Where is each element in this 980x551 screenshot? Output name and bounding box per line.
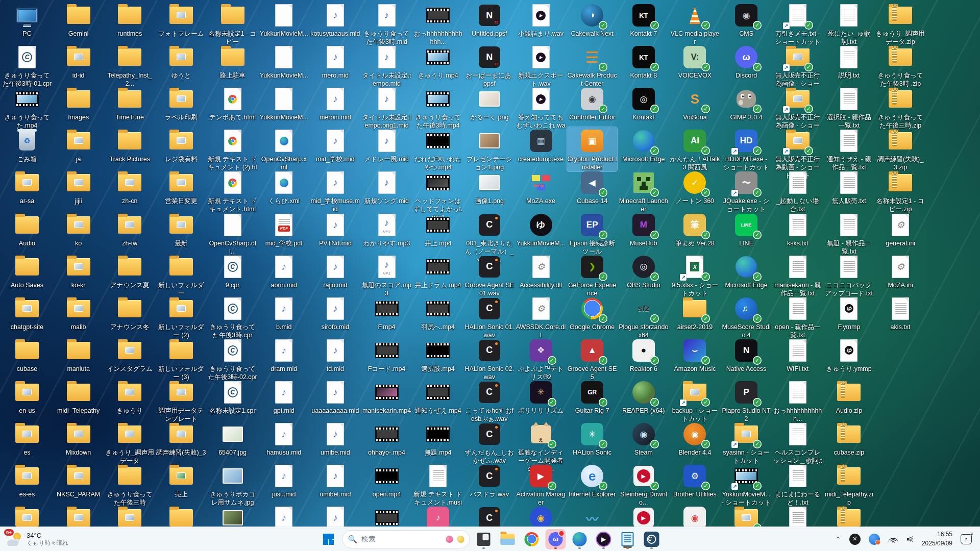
desktop-icon[interactable]: ▣Crypton Product Installer <box>567 127 617 171</box>
desktop-icon[interactable]: ♪ <box>259 504 309 527</box>
desktop-icon[interactable]: ◉ <box>516 504 566 527</box>
desktop-icon[interactable] <box>362 504 412 527</box>
desktop-icon[interactable]: ko <box>54 211 104 247</box>
desktop-icon[interactable]: KT✓Kontakt 8 <box>619 43 669 80</box>
desktop-icon[interactable]: ゆきゅうり.ymmp <box>824 337 874 373</box>
desktop-icon[interactable]: かるーく.png <box>464 85 514 121</box>
desktop-icon[interactable]: 無題 - 親作品一覧.txt <box>824 211 874 256</box>
desktop-icon[interactable]: ♪タイトル未設定.tempo.orig1.mid <box>362 85 412 130</box>
desktop-icon[interactable]: midi_Telepathy.zip <box>824 462 874 507</box>
desktop-icon[interactable]: 井上ドラム.mp4 <box>413 253 463 289</box>
desktop-icon[interactable]: おっhhhhhhhhhhhhh... <box>413 2 463 46</box>
desktop-icon[interactable]: ✓Microsoft Edge <box>721 253 771 289</box>
desktop-icon[interactable]: 営業日変更 <box>156 169 206 205</box>
desktop-wallpaper[interactable]: PCGeminiruntimesフォトフレーム名称未設定1 - コピーYukku… <box>0 0 980 527</box>
desktop-icon[interactable]: ko-kr <box>54 253 104 289</box>
desktop-icon[interactable]: KT✓Kontakt 7 <box>619 2 669 38</box>
desktop-icon[interactable]: Cバスドラ.wav <box>464 462 514 498</box>
desktop-icon[interactable]: テンポあて.html <box>208 85 258 121</box>
desktop-icon[interactable]: 〜✓↗JQuake.exe - ショートカット <box>721 169 771 213</box>
desktop-icon[interactable]: ♪タイトル未設定.tempo.mid <box>362 43 412 88</box>
desktop-icon[interactable]: ♪uaaaaaaaaa.mid <box>310 379 360 415</box>
tray-chevron-up-icon[interactable]: ⌃ <box>835 535 841 543</box>
weather-widget[interactable]: 9+ 34°C くもり時々晴れ <box>0 527 76 551</box>
desktop-icon[interactable]: ☰✓Cakewalk Product Center <box>567 43 617 88</box>
desktop-icon[interactable]: ❖✓ぷよぷよ™テトリス®2 <box>516 337 566 381</box>
desktop-icon[interactable]: manisekarin - 親作品一覧.txt <box>773 253 823 297</box>
desktop-icon[interactable]: Track Pictures <box>105 127 155 163</box>
desktop-icon[interactable]: ja <box>54 127 104 163</box>
desktop-icon[interactable]: ●✓Reaktor 6 <box>619 337 669 373</box>
desktop-icon[interactable]: ✳✓ポリリリリズム <box>516 379 566 415</box>
desktop-icon[interactable]: きゅうり_調声用データ.zip <box>875 2 925 46</box>
desktop-icon[interactable]: きゅうりボカコレ用サムネ.jpg <box>208 462 258 507</box>
desktop-icon[interactable]: zh-cn <box>105 169 155 205</box>
desktop-icon[interactable]: ◉ <box>670 504 720 527</box>
desktop-icon[interactable]: ⚙✓Brother Utilities <box>670 462 720 498</box>
desktop-icon[interactable]: NT2Untitled.ppsf <box>464 2 514 38</box>
desktop-icon[interactable]: N✓Native Access <box>721 337 771 373</box>
desktop-icon[interactable]: きゅうり食ってた午後三時 <box>105 462 155 507</box>
desktop-icon[interactable]: くらび.xml <box>259 169 309 205</box>
desktop-icon[interactable]: ar-sa <box>2 169 52 205</box>
tray-blue-app-icon[interactable] <box>869 534 880 545</box>
desktop-icon[interactable]: 新しいフォルダー <box>156 253 206 297</box>
desktop-icon[interactable]: 調声練習(失敗)_3.zip <box>875 127 925 171</box>
desktop-icon[interactable]: 〰 <box>567 504 617 527</box>
desktop-icon[interactable]: PDFmid_学校.pdf <box>259 211 309 247</box>
desktop-icon[interactable]: アナウンス冬 <box>105 295 155 331</box>
desktop-icon[interactable]: C9.cpr <box>208 253 258 289</box>
desktop-icon[interactable]: ♪b.mid <box>259 295 309 331</box>
desktop-icon[interactable]: ♪dram.mid <box>259 337 309 373</box>
desktop-icon[interactable] <box>773 504 823 527</box>
desktop-icon[interactable]: ◉✓Controller Editor <box>567 85 617 121</box>
desktop-icon[interactable]: レジ袋有料 <box>156 127 206 163</box>
desktop-icon[interactable] <box>54 504 104 527</box>
desktop-icon[interactable]: V:✓VOICEVOX <box>670 43 720 80</box>
desktop-icon[interactable]: ✳✓HALion Sonic <box>567 420 617 457</box>
desktop-icon[interactable]: 通知うぜえ - 親作品一覧.txt <box>824 127 874 171</box>
desktop-icon[interactable]: 名称未設定1 - コピー <box>208 2 258 46</box>
desktop-icon[interactable]: Audio.zip <box>824 379 874 415</box>
desktop-icon[interactable]: Cずんだもん_しおかぜふ.wav <box>464 420 514 465</box>
desktop-icon[interactable]: 選択肢.mp4 <box>413 337 463 373</box>
desktop-icon[interactable]: _起動しない場合.txt <box>773 169 823 213</box>
desktop-icon[interactable]: きゅうり_調声用データ <box>105 420 155 465</box>
desktop-icon[interactable]: 65407.jpg <box>208 420 258 457</box>
desktop-icon[interactable]: ♪gpt.mid <box>259 379 309 415</box>
desktop-icon[interactable]: ✓ <box>721 504 771 527</box>
desktop-icon[interactable]: ✓Google Chrome <box>567 295 617 331</box>
desktop-icon[interactable]: ♪ <box>310 504 360 527</box>
desktop-icon[interactable]: ♪umibe.mid <box>310 420 360 457</box>
desktop-icon[interactable]: S✓VoiSona <box>670 85 720 121</box>
desktop-icon[interactable]: M✓MuseHub <box>619 211 669 247</box>
desktop-icon[interactable]: YukkuriMovieM... <box>259 85 309 121</box>
desktop-icon[interactable]: ♪td.mid <box>310 337 360 373</box>
desktop-icon[interactable]: 井上.mp4 <box>413 211 463 247</box>
desktop-icon[interactable]: es <box>2 420 52 457</box>
desktop-icon[interactable]: ✓REAPER (x64) <box>619 379 669 415</box>
desktop-icon[interactable]: 名称未設定1 - コピー.zip <box>875 169 925 213</box>
desktop-icon[interactable]: ♪mero.mid <box>310 43 360 80</box>
desktop-icon[interactable]: 無人販売.txt <box>824 169 874 205</box>
desktop-icon[interactable]: 調声練習(失敗)_3 <box>156 420 206 457</box>
desktop-icon[interactable]: 新しいフォルダー (2) <box>156 295 206 339</box>
desktop-icon[interactable]: きゅうり食ってた午後3時 .zip <box>875 43 925 88</box>
taskbar-chrome[interactable] <box>522 529 542 549</box>
desktop-icon[interactable]: CHALion Sonic 01.wav <box>464 295 514 339</box>
desktop-icon[interactable]: ✓↗YukkuriMovieM... - ショートカット <box>721 462 771 507</box>
desktop-icon[interactable]: es-es <box>2 462 52 498</box>
desktop-icon[interactable]: ksks.txt <box>773 211 823 247</box>
desktop-icon[interactable]: ⌣✓Amazon Music <box>670 337 720 373</box>
desktop-icon[interactable]: CGroove Agent SE 01.wav <box>464 253 514 297</box>
desktop-icon[interactable]: ✓✓ノートン 360 <box>670 169 720 205</box>
desktop-icon[interactable]: 無題.mp4 <box>413 420 463 457</box>
desktop-icon[interactable]: ◎✓Kontakt <box>619 85 669 121</box>
desktop-icon[interactable]: YukkuriMovieM... <box>259 2 309 38</box>
desktop-icon[interactable]: Gemini <box>54 2 104 38</box>
desktop-icon[interactable]: 説明.txt <box>824 43 874 80</box>
desktop-icon[interactable]: プレゼンテーション1.png <box>464 127 514 171</box>
desktop-icon[interactable]: ▶✓Activation Manager <box>516 462 566 507</box>
desktop-icon[interactable]: 最新 <box>156 211 206 247</box>
desktop-icon[interactable]: ♻ごみ箱 <box>2 127 52 163</box>
